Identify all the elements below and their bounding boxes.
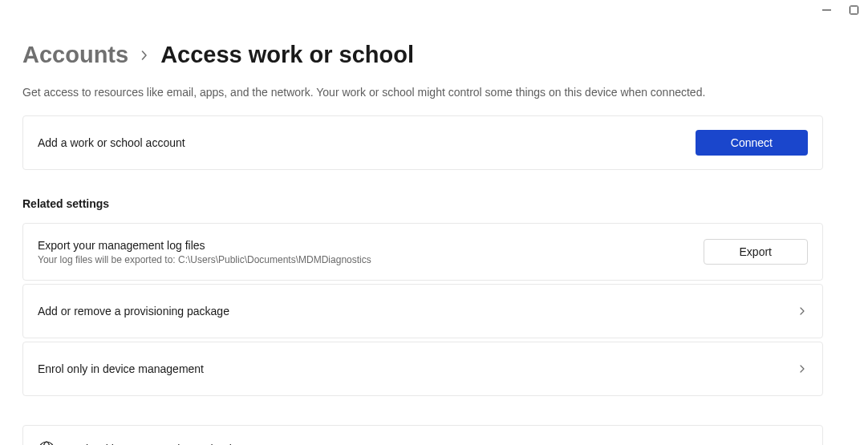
help-card[interactable]: Help with Access work or school	[22, 425, 823, 445]
chevron-right-icon	[797, 363, 808, 374]
enrol-device-management-card[interactable]: Enrol only in device management	[22, 342, 823, 396]
chevron-right-icon	[140, 51, 149, 60]
chevron-right-icon	[797, 305, 808, 317]
provisioning-package-title: Add or remove a provisioning package	[38, 305, 229, 318]
provisioning-package-card[interactable]: Add or remove a provisioning package	[22, 284, 823, 338]
maximize-button[interactable]	[849, 5, 858, 14]
export-button[interactable]: Export	[704, 239, 808, 265]
breadcrumb: Accounts Access work or school	[22, 42, 846, 68]
export-logs-subtitle: Your log files will be exported to: C:\U…	[38, 254, 371, 265]
connect-button[interactable]: Connect	[696, 130, 808, 156]
svg-rect-1	[850, 6, 858, 14]
minimize-button[interactable]	[821, 5, 831, 14]
add-account-card: Add a work or school account Connect	[22, 115, 823, 170]
export-logs-title: Export your management log files	[38, 239, 371, 252]
page-description: Get access to resources like email, apps…	[22, 84, 846, 101]
enrol-device-management-title: Enrol only in device management	[38, 362, 204, 375]
export-logs-card: Export your management log files Your lo…	[22, 223, 823, 281]
related-settings-heading: Related settings	[22, 197, 823, 210]
globe-icon	[38, 440, 55, 445]
page-title: Access work or school	[160, 42, 414, 68]
breadcrumb-parent[interactable]: Accounts	[22, 42, 128, 68]
add-account-title: Add a work or school account	[38, 136, 185, 149]
